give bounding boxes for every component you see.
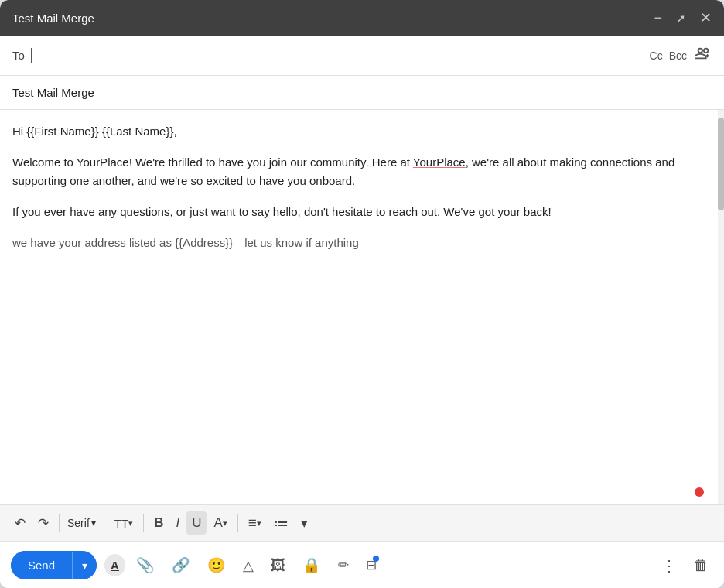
- emoji-icon: 🙂: [207, 556, 226, 574]
- add-recipient-icon[interactable]: [695, 45, 712, 66]
- emoji-button[interactable]: 🙂: [201, 552, 232, 579]
- link-icon: 🔗: [172, 556, 190, 574]
- send-button-group: Send ▾: [11, 551, 97, 579]
- maximize-icon[interactable]: ➚: [676, 12, 686, 24]
- title-bar: Test Mail Merge − ➚ ✕: [0, 0, 724, 36]
- insert-link-button[interactable]: 🔗: [166, 552, 196, 579]
- photo-icon: 🖼: [271, 557, 285, 574]
- undo-button[interactable]: ↶: [9, 511, 31, 535]
- bcc-label[interactable]: Bcc: [669, 50, 687, 62]
- cc-label[interactable]: Cc: [650, 50, 663, 62]
- to-input[interactable]: [35, 49, 650, 62]
- attach-button[interactable]: 📎: [130, 552, 161, 579]
- toolbar-separator-4: [237, 514, 238, 532]
- more-options-icon: ⋮: [661, 556, 678, 575]
- font-color-button[interactable]: A ▾: [208, 511, 232, 535]
- send-button[interactable]: Send: [11, 551, 72, 579]
- font-family-chevron-icon: ▾: [91, 518, 96, 528]
- trash-icon: 🗑: [693, 556, 709, 573]
- format-a-icon: A: [111, 559, 119, 572]
- body-questions[interactable]: If you ever have any questions, or just …: [12, 203, 712, 221]
- more-format-button[interactable]: ▾: [295, 511, 313, 535]
- minimize-icon[interactable]: −: [654, 11, 662, 25]
- signature-button[interactable]: ✏: [332, 552, 355, 578]
- align-button[interactable]: ≡ ▾: [243, 511, 267, 535]
- font-color-chevron-icon: ▾: [223, 518, 227, 528]
- insert-photo-button[interactable]: 🖼: [265, 552, 292, 579]
- toolbar-separator-2: [104, 514, 104, 532]
- redo-button[interactable]: ↷: [32, 511, 54, 535]
- pen-icon: ✏: [338, 557, 349, 573]
- attach-icon: 📎: [136, 556, 155, 574]
- cc-bcc-group: Cc Bcc: [650, 50, 687, 62]
- window-title: Test Mail Merge: [12, 12, 94, 25]
- delete-button[interactable]: 🗑: [688, 552, 713, 579]
- yourplace-link[interactable]: YourPlace: [413, 156, 466, 169]
- body-welcome: Welcome to YourPlace! We're thrilled to …: [12, 153, 712, 190]
- lock-icon: 🔒: [302, 556, 321, 574]
- confidential-button[interactable]: 🔒: [296, 552, 327, 579]
- to-label: To: [12, 49, 25, 62]
- body-area[interactable]: Hi {{First Name}} {{Last Name}}, Welcome…: [0, 110, 724, 504]
- scrollbar-thumb: [718, 118, 724, 210]
- format-text-button[interactable]: A: [104, 554, 125, 576]
- toolbar-separator-3: [143, 514, 144, 532]
- font-size-button[interactable]: TT ▾: [109, 513, 138, 534]
- subject-input[interactable]: [12, 86, 712, 99]
- body-greeting[interactable]: Hi {{First Name}} {{Last Name}},: [12, 122, 712, 141]
- drive-button[interactable]: △: [237, 552, 260, 579]
- red-dot-indicator: [695, 487, 704, 497]
- bottom-toolbar: Send ▾ A 📎 🔗 🙂 △ 🖼 �: [0, 542, 724, 588]
- to-row: To Cc Bcc: [0, 36, 724, 76]
- font-size-chevron-icon: ▾: [128, 518, 133, 528]
- format-toolbar: ↶ ↷ Serif ▾ TT ▾ B I U A ▾ ≡: [0, 504, 724, 542]
- font-family-select[interactable]: Serif ▾: [64, 514, 99, 532]
- send-dropdown-chevron-icon: ▾: [82, 559, 87, 572]
- bold-button[interactable]: B: [149, 511, 169, 535]
- list-button[interactable]: ≔: [268, 511, 294, 536]
- subject-row: [0, 76, 724, 110]
- close-icon[interactable]: ✕: [700, 11, 712, 25]
- email-body[interactable]: Hi {{First Name}} {{Last Name}}, Welcome…: [12, 122, 712, 252]
- more-options-button[interactable]: ⋮: [655, 552, 684, 579]
- align-chevron-icon: ▾: [257, 518, 261, 528]
- template-blue-dot: [373, 556, 379, 562]
- underline-button[interactable]: U: [186, 511, 207, 535]
- to-right-actions: Cc Bcc: [650, 45, 712, 66]
- italic-button[interactable]: I: [170, 511, 185, 535]
- toolbar-separator-1: [59, 514, 60, 532]
- window-controls: − ➚ ✕: [654, 11, 712, 25]
- body-address-partial: we have your address listed as {{Address…: [12, 234, 712, 252]
- drive-icon: △: [243, 557, 254, 574]
- send-dropdown-button[interactable]: ▾: [72, 552, 97, 579]
- scrollbar-track: [718, 110, 724, 504]
- compose-window: Test Mail Merge − ➚ ✕ To Cc Bcc: [0, 0, 724, 588]
- template-button[interactable]: ⊟: [360, 552, 383, 578]
